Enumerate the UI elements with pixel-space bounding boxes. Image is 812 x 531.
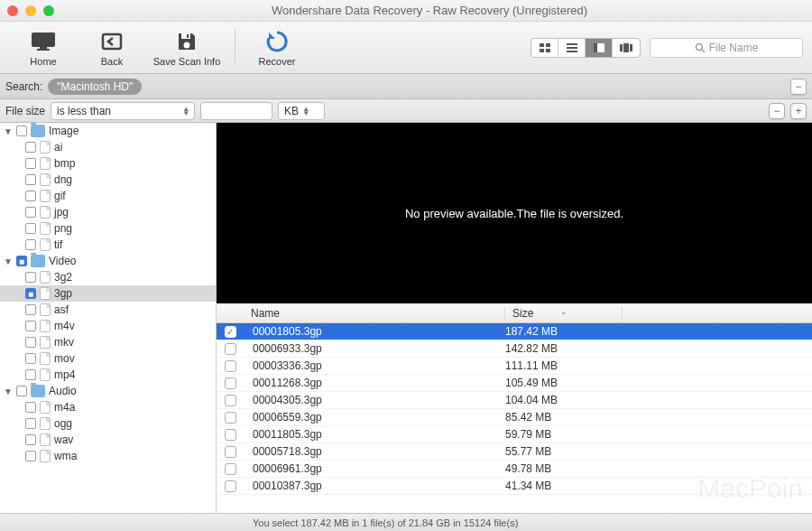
toolbar: Home Back Save Scan Info Recover bbox=[0, 22, 812, 74]
tree-item-mkv[interactable]: mkv bbox=[0, 334, 216, 350]
item-label: dng bbox=[54, 173, 72, 186]
cell-name: 00006559.3gp bbox=[244, 411, 505, 424]
item-checkbox[interactable] bbox=[25, 142, 36, 153]
table-row[interactable]: 00004305.3gp104.04 MB bbox=[217, 392, 812, 409]
item-checkbox[interactable] bbox=[25, 207, 36, 218]
tree-group-image[interactable]: ▼Image bbox=[0, 123, 216, 139]
item-checkbox[interactable] bbox=[25, 434, 36, 445]
group-checkbox[interactable]: ■ bbox=[16, 256, 27, 266]
item-checkbox[interactable] bbox=[25, 418, 36, 429]
tree-item-m4a[interactable]: m4a bbox=[0, 399, 216, 415]
table-row[interactable]: 00011268.3gp105.49 MB bbox=[217, 375, 812, 392]
table-row[interactable]: 00006933.3gp142.82 MB bbox=[217, 340, 812, 358]
disclosure-triangle-icon: ▼ bbox=[4, 387, 13, 396]
view-list-button[interactable] bbox=[558, 39, 586, 57]
tree-item-mov[interactable]: mov bbox=[0, 350, 216, 367]
table-row[interactable]: 00005718.3gp55.77 MB bbox=[217, 443, 812, 461]
view-grid-button[interactable] bbox=[531, 39, 558, 57]
column-size[interactable]: Size ⌄ bbox=[505, 307, 623, 320]
item-checkbox[interactable] bbox=[25, 174, 36, 185]
chevron-updown-icon: ▴▾ bbox=[184, 107, 189, 116]
row-checkbox[interactable] bbox=[225, 412, 236, 424]
tree-item-gif[interactable]: gif bbox=[0, 188, 216, 204]
titlebar: Wondershare Data Recovery - Raw Recovery… bbox=[0, 0, 812, 22]
tree-item-png[interactable]: png bbox=[0, 220, 216, 237]
home-button[interactable]: Home bbox=[9, 29, 78, 67]
zoom-window-button[interactable] bbox=[43, 5, 54, 16]
tree-item-mp4[interactable]: mp4 bbox=[0, 367, 216, 383]
row-checkbox[interactable] bbox=[225, 395, 236, 406]
item-checkbox[interactable] bbox=[25, 304, 36, 315]
column-name[interactable]: Name bbox=[244, 307, 505, 320]
filter-value-input[interactable] bbox=[200, 102, 272, 120]
table-row[interactable]: ✓00001805.3gp187.42 MB bbox=[217, 323, 812, 340]
recover-button[interactable]: Recover bbox=[243, 29, 311, 67]
filter-operator-dropdown[interactable]: is less than ▴▾ bbox=[51, 102, 195, 120]
tree-item-ogg[interactable]: ogg bbox=[0, 415, 216, 432]
tree-item-ai[interactable]: ai bbox=[0, 139, 216, 155]
group-checkbox[interactable] bbox=[16, 386, 27, 396]
search-scope-token[interactable]: "Macintosh HD" bbox=[48, 79, 142, 95]
item-checkbox[interactable] bbox=[25, 369, 36, 380]
item-checkbox[interactable] bbox=[25, 191, 36, 201]
table-row[interactable]: 00003336.3gp111.11 MB bbox=[217, 358, 812, 375]
row-checkbox[interactable] bbox=[225, 446, 236, 458]
tree-item-tif[interactable]: tif bbox=[0, 237, 216, 253]
close-window-button[interactable] bbox=[7, 5, 18, 16]
item-checkbox[interactable]: ■ bbox=[25, 288, 36, 299]
item-checkbox[interactable] bbox=[25, 239, 36, 250]
tree-item-3g2[interactable]: 3g2 bbox=[0, 269, 216, 285]
row-checkbox[interactable] bbox=[225, 429, 236, 441]
tree-group-video[interactable]: ▼■Video bbox=[0, 253, 216, 269]
tree-item-wav[interactable]: wav bbox=[0, 432, 216, 448]
folder-icon bbox=[31, 255, 45, 267]
filename-search[interactable]: File Name bbox=[650, 38, 803, 58]
view-coverflow-button[interactable] bbox=[613, 39, 640, 57]
row-checkbox[interactable]: ✓ bbox=[225, 326, 236, 338]
row-checkbox[interactable] bbox=[225, 360, 236, 372]
group-label: Audio bbox=[49, 385, 77, 397]
group-checkbox[interactable] bbox=[16, 126, 27, 136]
cell-size: 142.82 MB bbox=[505, 342, 623, 355]
item-checkbox[interactable] bbox=[25, 402, 36, 413]
item-checkbox[interactable] bbox=[25, 158, 36, 169]
table-row[interactable]: 00010387.3gp41.34 MB bbox=[217, 478, 812, 495]
row-checkbox[interactable] bbox=[225, 343, 236, 355]
item-label: wav bbox=[54, 433, 73, 446]
add-filter-button[interactable]: + bbox=[790, 103, 807, 119]
view-column-button[interactable] bbox=[586, 39, 613, 57]
item-checkbox[interactable] bbox=[25, 272, 36, 283]
tree-item-bmp[interactable]: bmp bbox=[0, 155, 216, 172]
row-checkbox[interactable] bbox=[225, 463, 236, 475]
table-row[interactable]: 00011805.3gp59.79 MB bbox=[217, 426, 812, 443]
item-checkbox[interactable] bbox=[25, 353, 36, 364]
group-label: Image bbox=[49, 125, 78, 137]
row-checkbox[interactable] bbox=[225, 377, 236, 389]
back-button[interactable]: Back bbox=[78, 29, 146, 67]
tree-item-3gp[interactable]: ■3gp bbox=[0, 285, 216, 302]
remove-filter-button[interactable]: − bbox=[769, 103, 785, 119]
item-checkbox[interactable] bbox=[25, 223, 36, 234]
cell-name: 00011268.3gp bbox=[244, 377, 505, 389]
table-row[interactable]: 00006559.3gp85.42 MB bbox=[217, 409, 812, 426]
tree-item-wma[interactable]: wma bbox=[0, 448, 216, 464]
tree-item-m4v[interactable]: m4v bbox=[0, 318, 216, 334]
filter-unit-dropdown[interactable]: KB ▴▾ bbox=[278, 102, 325, 120]
file-icon bbox=[40, 173, 51, 186]
tree-item-asf[interactable]: asf bbox=[0, 302, 216, 318]
svg-rect-11 bbox=[567, 43, 577, 45]
minimize-window-button[interactable] bbox=[25, 5, 36, 16]
remove-search-button[interactable]: − bbox=[790, 79, 807, 95]
item-checkbox[interactable] bbox=[25, 321, 36, 331]
row-checkbox[interactable] bbox=[225, 480, 236, 492]
file-icon bbox=[40, 433, 51, 446]
tree-group-audio[interactable]: ▼Audio bbox=[0, 383, 216, 399]
tree-item-dng[interactable]: dng bbox=[0, 172, 216, 188]
item-checkbox[interactable] bbox=[25, 337, 36, 348]
save-scan-button[interactable]: Save Scan Info bbox=[146, 29, 227, 67]
item-label: mov bbox=[54, 352, 75, 365]
tree-item-jpg[interactable]: jpg bbox=[0, 204, 216, 220]
table-row[interactable]: 00006961.3gp49.78 MB bbox=[217, 461, 812, 478]
svg-rect-2 bbox=[37, 49, 50, 51]
item-checkbox[interactable] bbox=[25, 451, 36, 461]
